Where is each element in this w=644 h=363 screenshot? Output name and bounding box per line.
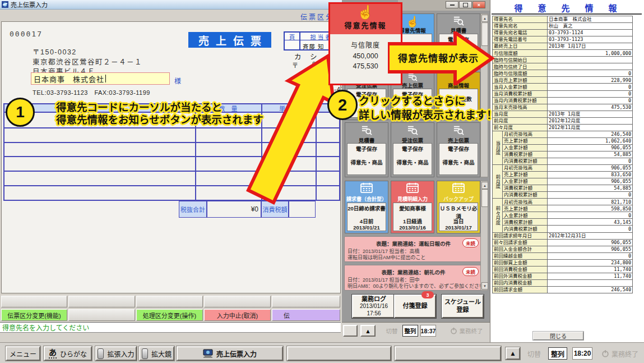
info-row-value [548, 57, 633, 63]
message-body: 運転日報は明日AM中に提出のこと [348, 254, 426, 261]
info-row-value: 821,710 [548, 199, 633, 205]
power-icon [450, 327, 457, 334]
calendar-icon [391, 182, 434, 196]
close-button[interactable]: × [472, 1, 485, 8]
arrange-label: 整列 [405, 327, 416, 335]
info-row-value: 475,530 [548, 104, 633, 111]
calendar-icon [345, 182, 388, 196]
subtotal-label: 税抜合計 [179, 201, 207, 218]
info-row-value: 2013年 1月17日 [548, 43, 633, 50]
unread-badge: 未読 [462, 267, 479, 276]
end-work-button[interactable]: 業務終了 [447, 325, 486, 337]
extended-input-button[interactable]: 拡張入力 [95, 346, 137, 361]
taskbar-blank-button[interactable] [395, 346, 501, 361]
info-row-label: 売上累計額 [503, 172, 548, 178]
slip-copy-button[interactable]: 伝 [272, 309, 340, 321]
clock-display: 18:37 [420, 325, 436, 337]
info-row-value: 0 [548, 226, 633, 232]
scroll-up-icon[interactable]: ▲ [481, 182, 488, 189]
function-key-blank[interactable] [272, 296, 340, 307]
function-key-blank[interactable] [136, 296, 203, 307]
switch-button[interactable]: 切替 [525, 347, 544, 360]
tile-estimate-ec[interactable]: 見積書 電子保存 得意先・商品 [345, 122, 388, 177]
active-task-label: 売上伝票入力 [216, 349, 257, 359]
scrollbar-thumb[interactable] [481, 189, 488, 207]
schedule-register-button[interactable]: スケジュール 登録 [442, 295, 484, 318]
info-row-label: 月初売掛残高 [503, 165, 548, 172]
process-type-change-button[interactable]: 処理区分変更(操作) [136, 309, 203, 321]
end-work-label: 業務終了 [611, 349, 638, 359]
magnifier-icon [142, 348, 148, 359]
info-row-value: 日本商事 株式会社 [548, 16, 633, 23]
tile-body: 20日締め請求書 4日前 2013/01/21 [347, 203, 386, 231]
info-row-value: 0 [548, 192, 633, 199]
close-panel-button[interactable]: 閉じる [533, 332, 583, 340]
info-row-label: 得意先宛名 [493, 23, 548, 30]
scroll-up-icon[interactable]: ▲ [481, 15, 488, 22]
arrange-button[interactable]: 整列 [402, 325, 418, 337]
message-title: 表題：業務連絡：朝礼の件 [345, 268, 482, 276]
window-titlebar[interactable]: 売上伝票入力 [0, 0, 342, 10]
magnifier-button[interactable]: 拡大鏡 [139, 346, 174, 361]
restore-button[interactable] [459, 1, 472, 8]
info-row-value: 11,740 [548, 273, 633, 279]
taskbar-blank-button[interactable] [343, 325, 358, 337]
end-work-button[interactable]: 業務終了 [597, 347, 643, 360]
work-log-button[interactable]: 業務ログ 2013/01/16 17:56 [352, 295, 396, 318]
info-row-value: 0 [548, 90, 633, 97]
panel-title: 得 意 先 情 報 [490, 2, 644, 13]
info-row-label: 内消費税累計額 [503, 158, 548, 164]
messages-scrollbar[interactable]: ▲ ▼ [480, 181, 488, 291]
function-key-blank[interactable] [68, 296, 135, 307]
extended-input-label: 拡張入力 [107, 349, 134, 359]
tile-order-ec[interactable]: 受注伝票 電子保存 得意先・商品 [391, 122, 434, 177]
active-task-button[interactable]: 売上伝票入力 [177, 346, 283, 361]
switch-label: 切替 [527, 349, 541, 359]
info-row-value: 906,055 [548, 239, 633, 246]
info-row-label: 月初売掛残高 [503, 199, 548, 205]
menu-button[interactable]: メニュー [6, 346, 40, 361]
info-row-label: 当月入金累計額 [493, 84, 548, 90]
notice-message[interactable]: 表題：業務連絡：朝礼の件 未読 日付：2013/01/17 担当者：田中 明日A… [344, 265, 483, 291]
taskbar-blank-button[interactable] [287, 346, 391, 361]
info-row-value: 54,885 [548, 185, 633, 192]
info-row-value: 833,650 [548, 172, 633, 178]
tile-backup-schedule[interactable]: バックアップ ＵＳＢメモリ必須 当日 2013/01/17 [437, 181, 480, 233]
info-row-label: 月初売掛残高 [503, 131, 548, 137]
clock-display: 18:20 [572, 347, 592, 360]
customer-name-value: 日本商事 株式会社 [34, 73, 104, 84]
info-row-label: 得意先名 [493, 16, 548, 23]
info-row-label: 前回消費税金額 [493, 266, 548, 273]
function-key-blank[interactable] [68, 309, 135, 321]
work-log-time: 17:56 [367, 310, 381, 318]
notice-message[interactable]: 表題：業務連絡：運転日報の件 未読 日付：2013/01/17 担当者：高橋 運… [344, 236, 483, 262]
info-row-label: 前々回請求金額 [493, 239, 548, 246]
customer-postal: 〒150-0032 [33, 46, 77, 57]
magnifier-label: 拡大鏡 [151, 349, 172, 359]
ime-mode-button[interactable]: あ ひらがな [44, 346, 92, 361]
slip-number: 000017 [10, 30, 43, 38]
function-key-blank[interactable] [1, 296, 67, 307]
tile-invoice-schedule[interactable]: 請求書（合計型） 20日締め請求書 4日前 2013/01/21 [345, 181, 388, 233]
tile-estimate-schedule[interactable]: 見積明細入力 愛知商事様 1日経過 2013/01/16 [391, 181, 434, 233]
scroll-up-button[interactable]: ▲ [506, 347, 520, 360]
customer-name-input[interactable]: 日本商事 株式会社 [31, 72, 170, 85]
function-key-blank[interactable] [204, 296, 271, 307]
switch-button[interactable]: 切替 [383, 325, 400, 337]
info-row-value: 906,055 [548, 246, 633, 252]
screen: 売上伝票入力 伝票区分 000017 売上伝票 〒150-0032 東京都渋谷区… [0, 0, 644, 363]
tile-line: 電子保存 [393, 145, 432, 153]
tile-sales-ec[interactable]: 売上伝票 電子保存 得意先・商品 [437, 122, 480, 177]
schedule-due: 当日 [439, 217, 478, 225]
arrange-button[interactable]: 整列 [548, 347, 567, 360]
scroll-up-button[interactable]: ▲ [360, 325, 376, 337]
scroll-down-icon[interactable]: ▼ [481, 282, 488, 290]
customer-info-tbody: 得意先名日本商事 株式会社得意先宛名秋山 真之得意先宛名電話03-3793-11… [493, 16, 633, 293]
info-row-value [548, 279, 633, 286]
close-panel-label: 閉じる [550, 332, 567, 340]
minimize-button[interactable] [446, 1, 458, 8]
tile-body: 電子保存 得意先・商品 [439, 143, 478, 175]
cancel-input-button[interactable]: 入力中止(取消) [204, 309, 271, 321]
message-title: 表題：業務連絡：運転日報の件 [345, 240, 482, 247]
slip-type-change-button[interactable]: 伝票区分変更(機能) [1, 309, 67, 321]
